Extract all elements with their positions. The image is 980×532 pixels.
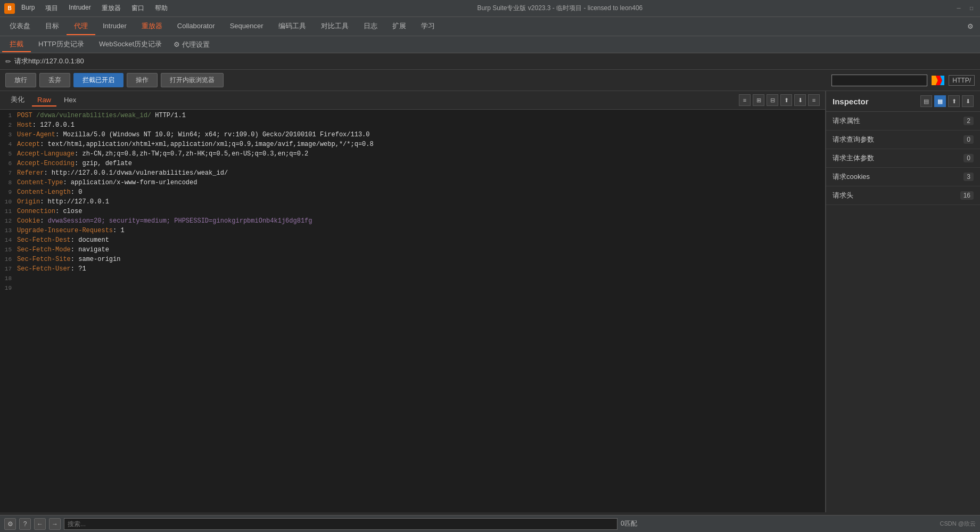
menu-help[interactable]: 帮助: [153, 3, 170, 14]
proxy-settings-label: 代理设置: [182, 40, 210, 50]
menu-window[interactable]: 窗口: [129, 3, 146, 14]
intercept-toggle-button[interactable]: 拦截已开启: [73, 73, 123, 87]
tab-repeater[interactable]: 重放器: [134, 18, 170, 35]
code-line-2: 2 Host: 127.0.0.1: [0, 121, 825, 131]
intercept-bar: ✏ 请求http://127.0.0.1:80: [0, 53, 980, 70]
tab-comparer[interactable]: 对比工具: [314, 18, 356, 35]
tab-target[interactable]: 目标: [38, 18, 67, 35]
proxy-settings-link[interactable]: ⚙ 代理设置: [174, 40, 210, 50]
format-tabs: 美化 Raw Hex ≡ ⊞ ⊟ ⬆ ⬇ ≡: [0, 91, 825, 110]
settings-icon[interactable]: ⚙: [963, 20, 978, 32]
indent-icon[interactable]: ⊞: [753, 94, 764, 106]
window-title: Burp Suite专业版 v2023.3 - 临时项目 - licensed …: [170, 4, 950, 13]
code-line-18: 18: [0, 275, 825, 284]
inspector-align-bottom-icon[interactable]: ⬇: [962, 95, 974, 107]
section-count-cookies: 3: [963, 173, 974, 181]
action-button[interactable]: 操作: [127, 73, 158, 87]
section-count-headers: 16: [960, 191, 974, 200]
code-line-4: 4 Accept: text/html,application/xhtml+xm…: [0, 141, 825, 150]
back-button[interactable]: ←: [34, 518, 46, 530]
code-line-11: 11 Connection: close: [0, 208, 825, 217]
drop-button[interactable]: 丢弃: [39, 73, 70, 87]
inspector-section-query-params[interactable]: 请求查询参数 0: [826, 130, 980, 149]
toolbar-right: HTTP/: [831, 75, 975, 86]
code-line-5: 5 Accept-Language: zh-CN,zh;q=0.8,zh-TW;…: [0, 150, 825, 160]
sub-nav: 拦截 HTTP历史记录 WebSocket历史记录 ⚙ 代理设置: [0, 36, 980, 53]
tab-collaborator[interactable]: Collaborator: [170, 19, 223, 34]
section-name-body-params: 请求主体参数: [833, 153, 963, 163]
code-editor[interactable]: 1 POST /dvwa/vulnerabilities/weak_id/ HT…: [0, 110, 825, 512]
match-count: 0匹配: [621, 519, 637, 528]
format-icons: ≡ ⊞ ⊟ ⬆ ⬇ ≡: [739, 94, 820, 106]
tab-intruder[interactable]: Intruder: [95, 19, 134, 34]
align-left-icon[interactable]: ⬆: [780, 94, 792, 106]
tab-raw[interactable]: Raw: [32, 94, 56, 107]
menu-bar: Burp 项目 Intruder 重放器 窗口 帮助: [19, 3, 170, 14]
intercept-url: 请求http://127.0.0.1:80: [14, 56, 84, 66]
help-bottom-icon[interactable]: ?: [19, 518, 31, 530]
tab-dashboard[interactable]: 仪表盘: [2, 18, 38, 35]
wrap-icon[interactable]: ≡: [739, 94, 751, 106]
subtab-intercept[interactable]: 拦截: [2, 37, 31, 52]
section-name-cookies: 请求cookies: [833, 172, 963, 182]
open-browser-button[interactable]: 打开内嵌浏览器: [161, 73, 224, 87]
tab-logger[interactable]: 日志: [356, 18, 385, 35]
minimize-button[interactable]: ─: [954, 4, 963, 13]
section-count-request-attributes: 2: [963, 117, 974, 125]
code-line-10: 10 Origin: http://127.0.0.1: [0, 198, 825, 208]
menu-burp[interactable]: Burp: [19, 3, 37, 14]
tab-learn[interactable]: 学习: [414, 18, 442, 35]
main-nav: 仪表盘 目标 代理 Intruder 重放器 Collaborator Sequ…: [0, 17, 980, 36]
inspector-view-icons: ▤ ▦ ⬆ ⬇: [920, 95, 974, 107]
inspector-section-request-attributes[interactable]: 请求属性 2: [826, 112, 980, 130]
inspector-title: Inspector: [833, 97, 869, 106]
watermark: CSDN @欣云: [940, 520, 976, 528]
more-icon[interactable]: ≡: [808, 94, 820, 106]
code-line-1: 1 POST /dvwa/vulnerabilities/weak_id/ HT…: [0, 112, 825, 121]
subtab-websocket-history[interactable]: WebSocket历史记录: [92, 37, 169, 52]
inspector-section-cookies[interactable]: 请求cookies 3: [826, 168, 980, 186]
menu-intruder[interactable]: Intruder: [67, 3, 93, 14]
code-line-15: 15 Sec-Fetch-Mode: navigate: [0, 246, 825, 256]
toolbar: 放行 丢弃 拦截已开启 操作 打开内嵌浏览器 HTTP/: [0, 70, 980, 91]
search-input[interactable]: [831, 75, 927, 86]
http-version-badge: HTTP/: [949, 75, 975, 86]
inspector-section-body-params[interactable]: 请求主体参数 0: [826, 149, 980, 168]
code-line-19: 19: [0, 284, 825, 294]
code-line-6: 6 Accept-Encoding: gzip, deflate: [0, 160, 825, 169]
tab-proxy[interactable]: 代理: [67, 18, 95, 35]
pencil-icon: ✏: [5, 58, 11, 66]
tab-encoder[interactable]: 编码工具: [271, 18, 314, 35]
inspector-grid-icon[interactable]: ▤: [920, 95, 932, 107]
title-bar: B Burp 项目 Intruder 重放器 窗口 帮助 Burp Suite专…: [0, 0, 980, 17]
inspector-section-headers[interactable]: 请求头 16: [826, 186, 980, 205]
maximize-button[interactable]: □: [967, 4, 976, 13]
section-count-body-params: 0: [963, 154, 974, 162]
tab-pretty[interactable]: 美化: [5, 93, 30, 107]
burp-logo: B: [4, 3, 15, 14]
bottom-search-input[interactable]: [64, 518, 617, 530]
editor-container: 美化 Raw Hex ≡ ⊞ ⊟ ⬆ ⬇ ≡ 1 POST /dvwa/vuln…: [0, 91, 980, 512]
inspector-header: Inspector ▤ ▦ ⬆ ⬇: [826, 91, 980, 112]
subtab-http-history[interactable]: HTTP历史记录: [31, 37, 92, 52]
menu-project[interactable]: 项目: [43, 3, 60, 14]
align-right-icon[interactable]: ⬇: [794, 94, 806, 106]
view-toggle-icon[interactable]: ⊟: [767, 94, 778, 106]
settings-bottom-icon[interactable]: ⚙: [4, 518, 16, 530]
code-line-9: 9 Content-Length: 0: [0, 189, 825, 198]
inspector-table-icon[interactable]: ▦: [934, 95, 946, 107]
code-line-16: 16 Sec-Fetch-Site: same-origin: [0, 256, 825, 265]
section-name-request-attributes: 请求属性: [833, 116, 963, 126]
code-line-13: 13 Upgrade-Insecure-Requests: 1: [0, 227, 825, 236]
forward-nav-button[interactable]: →: [49, 518, 61, 530]
menu-repeater[interactable]: 重放器: [100, 3, 123, 14]
tab-extensions[interactable]: 扩展: [385, 18, 414, 35]
gear-icon: ⚙: [174, 40, 180, 48]
code-line-12: 12 Cookie: dvwaSession=20; security=medi…: [0, 217, 825, 227]
window-controls: ─ □: [954, 4, 976, 13]
inspector-align-top-icon[interactable]: ⬆: [948, 95, 960, 107]
tab-hex[interactable]: Hex: [59, 94, 81, 107]
tab-sequencer[interactable]: Sequencer: [223, 19, 271, 34]
code-line-3: 3 User-Agent: Mozilla/5.0 (Windows NT 10…: [0, 131, 825, 141]
forward-button[interactable]: 放行: [5, 73, 36, 87]
